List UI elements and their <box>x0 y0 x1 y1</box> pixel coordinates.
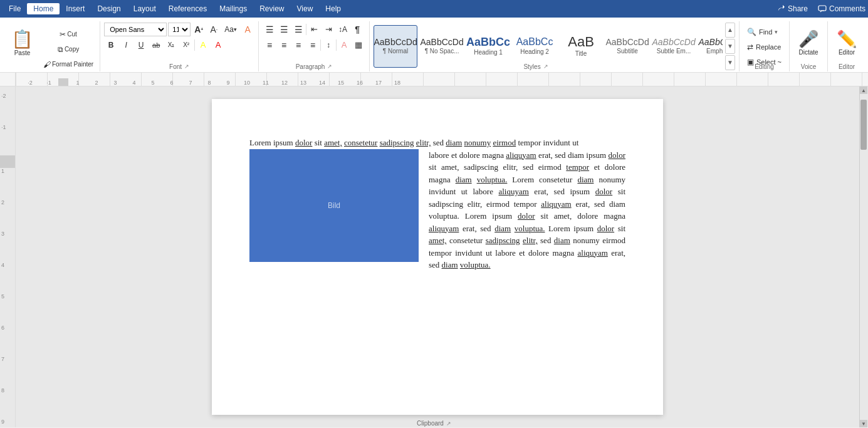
align-right-button[interactable]: ≡ <box>291 38 305 52</box>
decrease-indent-button[interactable]: ⇤ <box>307 23 321 36</box>
ruler: ·2 ·1 1 2 3 4 5 6 7 8 9 10 11 12 13 14 1… <box>0 73 868 86</box>
align-center-button[interactable]: ≡ <box>277 38 291 52</box>
style-emphasis-label: Emphasis <box>706 48 723 55</box>
style-emphasis-button[interactable]: AaBbCcDd Emphasis <box>698 25 723 68</box>
scroll-up-button[interactable]: ▲ <box>860 86 867 94</box>
menu-bar: File Home Insert Design Layout Reference… <box>0 0 868 18</box>
editing-group: 🔍 Find ▾ ⇄ Replace ▣ Select ~ Editing <box>740 21 790 71</box>
menu-design[interactable]: Design <box>91 3 127 14</box>
menu-home[interactable]: Home <box>27 3 60 14</box>
style-subtitle-button[interactable]: AaBbCcDd Subtitle <box>605 25 649 68</box>
styles-scroll-up[interactable]: ▲ <box>725 23 735 38</box>
numbering-button[interactable]: ☰ <box>277 23 291 36</box>
editor-group: ✏️ Editor Editor <box>828 21 865 71</box>
style-normal-preview: AaBbCcDd <box>374 38 417 46</box>
underline-button[interactable]: U <box>134 38 148 52</box>
strikethrough-button[interactable]: ab <box>149 38 163 52</box>
ruler-left <box>0 73 16 86</box>
style-title-button[interactable]: AaB Title <box>559 25 603 68</box>
document-area[interactable]: Lorem ipsum dolor sit amet, consetetur s… <box>16 86 859 427</box>
menu-insert[interactable]: Insert <box>60 3 91 14</box>
subscript-button[interactable]: X₂ <box>164 38 178 52</box>
show-paragraph-button[interactable]: ¶ <box>350 23 364 36</box>
find-icon: 🔍 <box>747 28 756 36</box>
scroll-thumb[interactable] <box>860 100 867 150</box>
format-painter-button[interactable]: 🖌 Format Painter <box>41 58 96 71</box>
styles-scroll-down[interactable]: ▼ <box>725 39 735 54</box>
text-highlight-button[interactable]: A <box>196 38 210 52</box>
style-subtleem-label: Subtle Em... <box>657 48 691 55</box>
borders-button[interactable]: ▦ <box>352 38 365 52</box>
paste-button[interactable]: 📋 Paste <box>6 24 38 61</box>
dictate-button[interactable]: 🎤 Dictate <box>793 23 824 60</box>
svg-rect-0 <box>818 6 826 11</box>
menu-file[interactable]: File <box>3 3 27 14</box>
menu-view[interactable]: View <box>291 3 320 14</box>
style-nospace-button[interactable]: AaBbCcDd ¶ No Spac... <box>420 25 464 68</box>
menu-review[interactable]: Review <box>253 3 290 14</box>
editor-icon: ✏️ <box>837 29 857 49</box>
cut-button[interactable]: ✂ Cut <box>41 28 96 41</box>
multilevel-button[interactable]: ☰ <box>291 23 305 36</box>
editor-button[interactable]: ✏️ Editor <box>832 23 862 60</box>
style-subtleem-button[interactable]: AaBbCcDd Subtle Em... <box>652 25 696 68</box>
document-page: Lorem ipsum dolor sit amet, consetetur s… <box>212 99 663 415</box>
style-heading2-label: Heading 2 <box>520 48 549 55</box>
clear-formatting-button[interactable]: A <box>241 23 254 36</box>
style-normal-label: ¶ Normal <box>383 48 408 55</box>
menu-mailings[interactable]: Mailings <box>213 3 253 14</box>
style-subtitle-preview: AaBbCcDd <box>605 38 649 46</box>
increase-font-button[interactable]: A+ <box>192 23 206 36</box>
style-normal-button[interactable]: AaBbCcDd ¶ Normal <box>374 25 417 68</box>
left-ruler-marks: ·2 ·1 1 2 3 4 5 6 7 8 9 10 11 12 <box>0 86 15 427</box>
font-size-select[interactable]: 11 <box>168 23 191 36</box>
menu-layout[interactable]: Layout <box>127 3 162 14</box>
paragraph-expand[interactable]: ↗ <box>327 63 332 70</box>
font-family-select[interactable]: Open Sans <box>104 23 167 36</box>
styles-expand[interactable]: ▼ <box>725 55 735 70</box>
styles-scroller: AaBbCcDd ¶ Normal AaBbCcDd ¶ No Spac... … <box>374 25 723 68</box>
style-heading1-button[interactable]: AaBbCc Heading 1 <box>466 25 510 68</box>
find-button[interactable]: 🔍 Find ▾ <box>743 25 785 39</box>
paste-icon: 📋 <box>11 29 33 50</box>
justify-button[interactable]: ≡ <box>306 38 320 52</box>
style-heading2-button[interactable]: AaBbCc Heading 2 <box>513 25 557 68</box>
italic-button[interactable]: I <box>119 38 133 52</box>
style-subtitle-label: Subtitle <box>617 48 637 55</box>
highlight-icon: A <box>201 40 206 50</box>
superscript-button[interactable]: X² <box>179 38 193 52</box>
style-title-preview: AaB <box>568 35 594 49</box>
replace-button[interactable]: ⇄ Replace <box>743 40 785 54</box>
cut-icon: ✂ <box>60 30 66 39</box>
menu-help[interactable]: Help <box>319 3 347 14</box>
vertical-scrollbar[interactable]: ▲ ▼ <box>859 86 868 427</box>
left-ruler: ·2 ·1 1 2 3 4 5 6 7 8 9 10 11 12 <box>0 86 16 427</box>
embedded-image[interactable]: Bild <box>249 149 419 262</box>
menu-references[interactable]: References <box>162 3 213 14</box>
increase-indent-button[interactable]: ⇥ <box>322 23 335 36</box>
line-spacing-button[interactable]: ↕ <box>322 38 335 52</box>
scroll-down-button[interactable]: ▼ <box>860 420 867 427</box>
font-expand[interactable]: ↗ <box>184 63 189 70</box>
clipboard-group: 📋 Paste ✂ Cut ⧉ Copy 🖌 Format Painter Cl… <box>3 21 100 71</box>
paragraph-group: ☰ ☰ ☰ ⇤ ⇥ ↕A ¶ ≡ ≡ ≡ ≡ ↕ A ▦ Par <box>259 21 370 71</box>
replace-icon: ⇄ <box>747 43 753 51</box>
share-button[interactable]: Share <box>771 3 813 14</box>
bullets-button[interactable]: ☰ <box>263 23 276 36</box>
style-nospace-preview: AaBbCcDd <box>420 38 463 46</box>
clipboard-expand[interactable]: ↗ <box>446 420 451 427</box>
document-body[interactable]: Lorem ipsum dolor sit amet, consetetur s… <box>249 137 625 271</box>
shading-button[interactable]: A <box>337 38 351 52</box>
align-left-button[interactable]: ≡ <box>263 38 276 52</box>
decrease-font-button[interactable]: A- <box>207 23 221 36</box>
font-color-icon: A <box>216 40 221 50</box>
bold-button[interactable]: B <box>104 38 118 52</box>
comments-button[interactable]: Comments <box>818 4 865 13</box>
ruler-content: ·2 ·1 1 2 3 4 5 6 7 8 9 10 11 12 13 14 1… <box>16 73 868 86</box>
styles-expand-btn[interactable]: ↗ <box>543 63 548 70</box>
voice-group: 🎤 Dictate Voice <box>790 21 828 71</box>
copy-button[interactable]: ⧉ Copy <box>41 43 96 56</box>
sort-button[interactable]: ↕A <box>336 23 350 36</box>
font-color-button[interactable]: A <box>211 38 225 52</box>
change-case-button[interactable]: Aa▾ <box>222 23 239 36</box>
